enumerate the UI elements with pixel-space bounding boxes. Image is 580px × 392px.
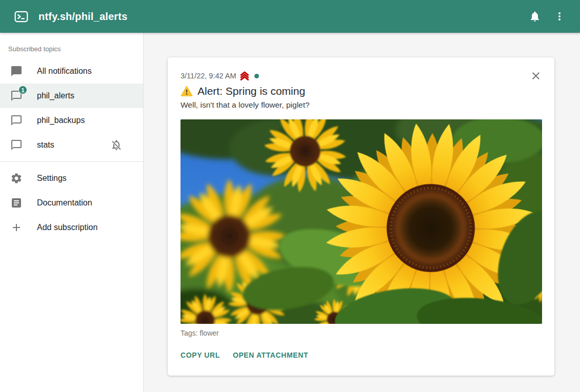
sidebar-item-label: Add subscription: [37, 223, 97, 232]
overflow-menu-button[interactable]: [547, 4, 572, 29]
unread-dot: [254, 74, 259, 78]
chat-outline-icon: 1: [10, 90, 23, 102]
unread-count-badge: 1: [18, 86, 27, 94]
timestamp: 3/11/22, 9:42 AM: [181, 72, 236, 80]
close-icon: [530, 70, 542, 82]
main-content: 3/11/22, 9:42 AM Alert: Spring is coming…: [144, 33, 580, 392]
notification-actions: COPY URL OPEN ATTACHMENT: [181, 350, 542, 360]
sidebar-item-label: stats: [37, 140, 54, 150]
notification-body: Well, isn't that a lovely flower, piglet…: [181, 100, 542, 110]
chat-outline-icon: [10, 114, 23, 127]
chat-filled-icon: [10, 65, 23, 77]
sidebar-section-label: Subscribed topics: [0, 33, 143, 59]
plus-icon: [10, 221, 23, 234]
sidebar-item-label: phil_alerts: [37, 91, 74, 100]
sidebar-item-add-subscription[interactable]: Add subscription: [0, 215, 143, 240]
bell-icon: [529, 10, 541, 23]
sidebar-item-label: Settings: [37, 174, 67, 183]
notification-meta: 3/11/22, 9:42 AM: [181, 71, 542, 81]
article-icon: [10, 197, 23, 209]
sidebar: Subscribed topics All notifications 1 ph…: [0, 33, 144, 392]
notification-tags: Tags: flower: [181, 329, 542, 337]
notification-title: Alert: Spring is coming: [197, 85, 305, 97]
sidebar-divider: [0, 161, 143, 162]
gear-icon: [10, 172, 23, 184]
notifications-button[interactable]: [523, 4, 547, 29]
close-notification-button[interactable]: [530, 70, 542, 82]
notification-title-row: Alert: Spring is coming: [181, 85, 542, 97]
page-title: ntfy.sh/phil_alerts: [38, 11, 127, 23]
sidebar-item-documentation[interactable]: Documentation: [0, 191, 143, 215]
open-attachment-button[interactable]: OPEN ATTACHMENT: [233, 350, 308, 360]
sidebar-item-all-notifications[interactable]: All notifications: [0, 59, 143, 84]
sidebar-item-label: All notifications: [37, 67, 92, 76]
app-bar: ntfy.sh/phil_alerts: [0, 0, 580, 33]
terminal-icon: [14, 10, 28, 24]
copy-url-button[interactable]: COPY URL: [181, 350, 220, 360]
notification-card: 3/11/22, 9:42 AM Alert: Spring is coming…: [168, 57, 554, 376]
sidebar-item-label: phil_backups: [37, 116, 85, 125]
sidebar-item-phil-backups[interactable]: phil_backups: [0, 108, 143, 133]
chat-outline-icon: [10, 139, 23, 151]
kebab-menu-icon: [553, 10, 566, 23]
priority-max-icon: [239, 71, 251, 81]
attachment-image[interactable]: [181, 119, 542, 324]
bell-off-icon: [110, 139, 123, 151]
sidebar-item-label: Documentation: [37, 198, 92, 208]
warning-icon: [181, 85, 193, 97]
sidebar-item-stats[interactable]: stats: [0, 133, 143, 157]
sidebar-item-settings[interactable]: Settings: [0, 166, 143, 191]
sidebar-item-phil-alerts[interactable]: 1 phil_alerts: [0, 84, 143, 108]
